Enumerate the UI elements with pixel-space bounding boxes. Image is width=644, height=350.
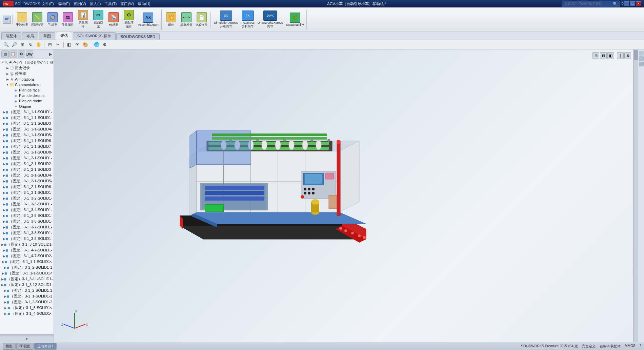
tab-assembly[interactable]: 装配体 — [1, 32, 21, 40]
explode-btn[interactable]: 💥 爆炸 — [164, 12, 179, 28]
tree-part-23[interactable]: ▶◼（固定）3-1_3-9-SOLID1- — [1, 236, 53, 242]
hole-align-btn[interactable]: 🔘 孔对齐 — [45, 12, 60, 28]
rotate-icon[interactable]: ↻ — [27, 41, 34, 48]
tree-part-18[interactable]: ▶◼（固定）3-1_3-4-SOLID1- — [1, 207, 53, 213]
tree-part-15[interactable]: ▶◼（固定）3-1_3-1-SOLID1- — [1, 190, 53, 195]
right-icon-1[interactable] — [639, 51, 644, 56]
tree-part-25[interactable]: ▶◼（固定）3-1_4-7-SOLID1- — [1, 247, 53, 253]
section-cut-icon[interactable]: ✂ — [55, 41, 61, 48]
panel-expand-btn[interactable]: ▶ — [49, 52, 52, 57]
hide-show-icon[interactable]: 👁 — [74, 41, 81, 48]
close-button[interactable]: ✕ — [636, 1, 641, 6]
tree-part-12[interactable]: ▶◼（固定）3-1_2-1-SOLID4- — [1, 172, 53, 178]
tab-evaluate[interactable]: 评估 — [56, 32, 72, 40]
restore-button[interactable]: □ — [630, 1, 635, 6]
tree-part-27[interactable]: ▶◼（固定）3-1_1-1-SOLID1< — [1, 259, 53, 265]
view-option-1[interactable]: ⊞ — [592, 52, 599, 59]
tree-part-34[interactable]: ▶◼（固定）3-1_2-SOLID1-2 — [1, 299, 53, 305]
tree-part-2[interactable]: ▶◼（固定）3-1_1-1-SOLID1- — [1, 115, 53, 121]
tree-part-16[interactable]: ▶◼（固定）3-1_3-2-SOLID1- — [1, 195, 53, 201]
status-tab-3dview[interactable]: 3D视图 — [16, 343, 34, 350]
quality-btn[interactable]: 📊 质量属性 — [76, 9, 90, 30]
tree-part-26[interactable]: ▶◼（固定）3-1_4-7-SOLID2- — [1, 253, 53, 259]
tree-part-36[interactable]: ▶◼（固定）3-1_4-SOLID1< — [1, 311, 53, 316]
tree-commentaires[interactable]: ▼ 📁 Commentaires — [1, 82, 53, 87]
design-tree-icon[interactable] — [3, 16, 11, 24]
tree-part-21[interactable]: ▶◼（固定）3-1_3-7-SOLID1- — [1, 224, 53, 230]
tree-annotations[interactable]: ▶ A Annotations — [1, 77, 53, 82]
menu-edit[interactable]: 编辑(E) — [56, 1, 72, 6]
assembly-prop-btn[interactable]: ⚙ 装配体属性 — [121, 9, 136, 30]
tree-plan-droite[interactable]: ◈ Plan de droite — [1, 98, 53, 104]
tree-part-29[interactable]: ▶◼（固定）3-1_1-1-SOLID1< — [1, 270, 53, 276]
status-tab-motion[interactable]: 运动算例 1 — [34, 343, 57, 350]
view-settings-icon[interactable]: ⚙ — [101, 41, 108, 48]
minimize-button[interactable]: ─ — [624, 1, 629, 6]
scene-icon[interactable]: 🌐 — [93, 41, 100, 48]
tree-part-28[interactable]: ▶◼（固定）3-1_2-SOLID1-1 — [1, 265, 53, 270]
simulation-xpress-btn[interactable]: SX SimulationXpress分析向导 — [213, 10, 239, 29]
menu-view[interactable]: 视图(V) — [72, 1, 87, 6]
tree-part-24[interactable]: ▶◼（固定）3-1_3-10-SOLID1- — [1, 242, 53, 247]
tree-part-3[interactable]: ▶◼（固定）3-1_1-1-SOLID3- — [1, 121, 53, 126]
status-tab-model[interactable]: 模型 — [3, 343, 16, 350]
tree-part-31[interactable]: ▶◼（固定）3-1_3-12-SOLID1- — [1, 282, 53, 288]
mass-prop-btn[interactable]: ⚖ 质量属性 — [60, 12, 75, 28]
menu-window[interactable]: 窗口(W) — [119, 1, 135, 6]
tree-root[interactable]: ▼ 🔧 AGV小车（自动引导小车）移动 — [1, 60, 53, 65]
assembly-xpert-btn[interactable]: AX AssemblyXpert — [137, 12, 160, 27]
tab-layout[interactable]: 布局 — [22, 32, 38, 40]
zoom-to-fit-icon[interactable]: 🔍 — [3, 41, 9, 48]
vertical-scrollbar[interactable] — [633, 49, 638, 342]
tree-part-19[interactable]: ▶◼（固定）3-1_3-5-SOLID1- — [1, 213, 53, 219]
tab-sw-mbd[interactable]: SOLIDWORKS MBD — [116, 33, 160, 40]
view-option-2[interactable]: ⊟ — [600, 52, 607, 59]
menu-insert[interactable]: 插入(I) — [88, 1, 102, 6]
pan-icon[interactable]: ✋ — [35, 41, 42, 48]
floxpress-btn[interactable]: FX FloXpress分析向导 — [240, 10, 256, 29]
view-option-3[interactable]: ◧ — [607, 52, 614, 59]
tree-part-20[interactable]: ▶◼（固定）3-1_3-6-SOLID1- — [1, 219, 53, 224]
tree-part-9[interactable]: ▶◼（固定）3-1_2-1-SOLID1- — [1, 155, 53, 161]
feature-manager-btn[interactable]: ▤ — [1, 50, 9, 58]
menu-help[interactable]: 帮助(H) — [136, 1, 152, 6]
symmetry-check-btn[interactable]: ⟺ 对称检查 — [179, 12, 194, 28]
tab-sw-plugin[interactable]: SOLIDWORKS 插件 — [73, 32, 116, 40]
tree-part-6[interactable]: ▶◼（固定）3-1_1-1-SOLID6- — [1, 138, 53, 144]
tree-part-5[interactable]: ▶◼（固定）3-1_1-1-SOLID5- — [1, 132, 53, 138]
tree-part-33[interactable]: ▶◼（固定）3-1_1-SOLID1-1 — [1, 293, 53, 299]
appearance-icon[interactable]: 🎨 — [82, 41, 89, 48]
tree-part-13[interactable]: ▶◼（固定）3-1_2-1-SOLID5- — [1, 178, 53, 184]
zoom-in-icon[interactable]: 🔎 — [11, 41, 18, 48]
tree-part-17[interactable]: ▶◼（固定）3-1_3-3-SOLID1- — [1, 201, 53, 207]
help-question[interactable]: ? — [639, 344, 641, 349]
tree-part-11[interactable]: ▶◼（固定）3-1_2-1-SOLID3- — [1, 167, 53, 172]
clearance-verify-btn[interactable]: 📏 间隙验证 — [30, 12, 45, 28]
orient-icon[interactable]: ⊟ — [46, 41, 53, 48]
tab-sketch[interactable]: 草图 — [39, 32, 55, 40]
config-manager-btn[interactable]: ⚙ — [18, 50, 25, 58]
tree-part-7[interactable]: ▶◼（固定）3-1_1-1-SOLID7- — [1, 144, 53, 149]
compare-doc-btn[interactable]: 📄 比较文件 — [194, 12, 209, 28]
right-icon-2[interactable] — [639, 56, 644, 61]
tree-plan-dessus[interactable]: ◈ Plan de dessus — [1, 93, 53, 98]
driveworks-manager-btn[interactable]: DW — [26, 50, 33, 58]
sustainability-btn[interactable]: 🌿 Sustainability — [284, 12, 305, 27]
menu-tools[interactable]: 工具(T) — [103, 1, 118, 6]
property-manager-btn[interactable]: 📋 — [9, 50, 17, 58]
panel-collapse-btn[interactable]: ▼ — [0, 336, 54, 342]
tree-part-8[interactable]: ▶◼（固定）3-1_1-1-SOLID8- — [1, 149, 53, 155]
canvas-area[interactable]: x y z ⊞ ⊟ ◧ ⟦ ⊠ — [54, 49, 638, 342]
help-icon[interactable]: ? — [621, 1, 624, 6]
tree-part-22[interactable]: ▶◼（固定）3-1_3-8-SOLID1- — [1, 230, 53, 236]
view-option-5[interactable]: ⊠ — [624, 52, 631, 59]
sensor-btn[interactable]: 📡 传感器 — [106, 12, 121, 28]
tree-sensor[interactable]: ▶ 📡 传感器 — [1, 71, 53, 77]
tree-part-1[interactable]: ▶◼（固定）3-1_1-1-SOLID1- — [1, 109, 53, 115]
tree-origine[interactable]: ✦ Origine — [1, 104, 53, 109]
display-mode-icon[interactable]: ◧ — [66, 41, 73, 48]
section-display-btn[interactable]: ✂ 剖面显示 — [91, 9, 106, 30]
tree-part-10[interactable]: ▶◼（固定）3-1_2-1-SOLID2- — [1, 161, 53, 167]
right-icon-3[interactable] — [639, 62, 644, 66]
driveworks-btn[interactable]: DWX DriveWorksXpress向导 — [256, 10, 284, 29]
